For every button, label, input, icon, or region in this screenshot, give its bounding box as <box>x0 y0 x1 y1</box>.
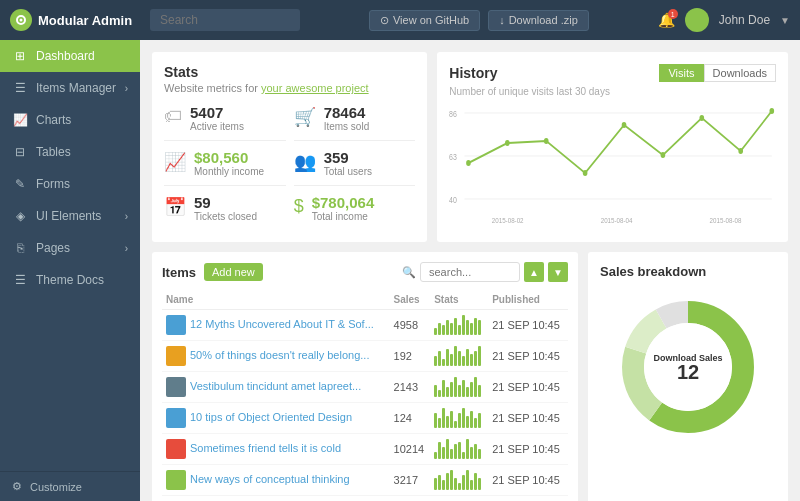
chart-icon: 📈 <box>164 151 186 173</box>
user-dropdown-icon[interactable]: ▼ <box>780 15 790 26</box>
svg-text:63: 63 <box>449 152 457 162</box>
customize-label: Customize <box>30 481 82 493</box>
item-name-link[interactable]: Sometimes friend tells it is cold <box>190 442 341 454</box>
stat-items-sold: 🛒 78464 Items sold <box>294 104 416 141</box>
layout: ⊞ Dashboard ☰ Items Manager › 📈 Charts ⊟… <box>0 40 800 501</box>
sales-breakdown-title: Sales breakdown <box>600 264 776 279</box>
items-title: Items <box>162 265 196 280</box>
stat-tickets: 📅 59 Tickets closed <box>164 194 286 230</box>
svg-point-11 <box>583 170 588 176</box>
item-name-link[interactable]: New ways of conceptual thinking <box>190 473 350 485</box>
item-avatar <box>166 377 186 397</box>
sales-breakdown-card: Sales breakdown <box>588 252 788 501</box>
add-new-button[interactable]: Add new <box>204 263 263 281</box>
item-stats-chart <box>430 341 488 372</box>
sidebar-label-pages: Pages <box>36 241 70 255</box>
svg-point-16 <box>770 108 775 114</box>
sidebar-item-tables[interactable]: ⊟ Tables <box>0 136 140 168</box>
history-header: History Visits Downloads <box>449 64 776 82</box>
items-search-input[interactable] <box>420 262 520 282</box>
nav-up-button[interactable]: ▲ <box>524 262 544 282</box>
navbar-center: ⊙ View on GitHub ↓ Download .zip <box>310 10 648 31</box>
theme-docs-icon: ☰ <box>12 273 28 287</box>
sidebar-label-items-manager: Items Manager <box>36 81 116 95</box>
svg-point-15 <box>739 148 744 154</box>
item-sales: 4958 <box>390 310 431 341</box>
col-name: Name <box>162 290 390 310</box>
top-cards-row: Stats Website metrics for your awesome p… <box>152 52 788 242</box>
svg-point-1 <box>20 19 23 22</box>
nav-down-button[interactable]: ▼ <box>548 262 568 282</box>
stat-label-tickets: Tickets closed <box>194 211 257 222</box>
sidebar-item-pages[interactable]: ⎘ Pages › <box>0 232 140 264</box>
svg-text:86: 86 <box>449 109 457 119</box>
sidebar-item-ui-elements[interactable]: ◈ UI Elements › <box>0 200 140 232</box>
customize-button[interactable]: ⚙ Customize <box>0 471 140 501</box>
stat-value-total-income: $780,064 <box>312 194 375 211</box>
sidebar-item-items-manager[interactable]: ☰ Items Manager › <box>0 72 140 104</box>
cart-icon: 🛒 <box>294 106 316 128</box>
sidebar-label-tables: Tables <box>36 145 71 159</box>
item-name-link[interactable]: 50% of things doesn't really belong... <box>190 349 369 361</box>
history-card: History Visits Downloads Number of uniqu… <box>437 52 788 242</box>
tab-visits[interactable]: Visits <box>659 64 703 82</box>
customize-icon: ⚙ <box>12 480 22 493</box>
svg-text:2015-08-08: 2015-08-08 <box>710 216 742 225</box>
dollar-icon: $ <box>294 196 304 217</box>
item-stats-chart <box>430 403 488 434</box>
item-avatar <box>166 470 186 490</box>
user-name[interactable]: John Doe <box>719 13 770 27</box>
sidebar-label-dashboard: Dashboard <box>36 49 95 63</box>
sidebar-item-charts[interactable]: 📈 Charts <box>0 104 140 136</box>
svg-text:40: 40 <box>449 195 457 205</box>
brand-icon <box>10 9 32 31</box>
pages-icon: ⎘ <box>12 241 28 255</box>
download-button[interactable]: ↓ Download .zip <box>488 10 589 31</box>
stats-title: Stats <box>164 64 415 80</box>
arrow-icon-3: › <box>125 243 128 254</box>
history-chart: 86 63 40 <box>449 103 776 223</box>
stat-label-sold: Items sold <box>324 121 370 132</box>
table-row: New ways of conceptual thinking321721 SE… <box>162 465 568 496</box>
svg-text:2015-08-04: 2015-08-04 <box>601 216 633 225</box>
ui-elements-icon: ◈ <box>12 209 28 223</box>
github-button[interactable]: ⊙ View on GitHub <box>369 10 480 31</box>
charts-icon: 📈 <box>12 113 28 127</box>
item-name-link[interactable]: 12 Myths Uncovered About IT & Sof... <box>190 318 374 330</box>
sidebar-label-theme-docs: Theme Docs <box>36 273 104 287</box>
avatar <box>685 8 709 32</box>
table-row: Sometimes friend tells it is cold1021421… <box>162 434 568 465</box>
item-published: 21 SEP 10:45 <box>488 341 568 372</box>
search-icon: 🔍 <box>402 266 416 279</box>
brand-name: Modular Admin <box>38 13 132 28</box>
navbar: Modular Admin ⊙ View on GitHub ↓ Downloa… <box>0 0 800 40</box>
item-stats-chart <box>430 310 488 341</box>
navbar-right: 🔔 1 John Doe ▼ <box>658 8 790 32</box>
donut-chart: Download Sales 12 <box>600 287 776 447</box>
arrow-icon: › <box>125 83 128 94</box>
github-icon: ⊙ <box>380 14 389 27</box>
sidebar-item-theme-docs[interactable]: ☰ Theme Docs <box>0 264 140 296</box>
table-row: 10 tips of Object Oriented Design12421 S… <box>162 403 568 434</box>
stats-link[interactable]: your awesome project <box>261 82 369 94</box>
svg-text:2015-08-02: 2015-08-02 <box>492 216 524 225</box>
item-published: 21 SEP 10:45 <box>488 403 568 434</box>
items-header: Items Add new 🔍 ▲ ▼ <box>162 262 568 282</box>
stats-grid: 🏷 5407 Active items 🛒 78464 Items sold <box>164 104 415 230</box>
arrow-icon-2: › <box>125 211 128 222</box>
item-published: 21 SEP 10:45 <box>488 434 568 465</box>
stat-total-income: $ $780,064 Total income <box>294 194 416 230</box>
sidebar-item-forms[interactable]: ✎ Forms <box>0 168 140 200</box>
items-card: Items Add new 🔍 ▲ ▼ Name Sales Sta <box>152 252 578 501</box>
sidebar-item-dashboard[interactable]: ⊞ Dashboard <box>0 40 140 72</box>
item-name-link[interactable]: 10 tips of Object Oriented Design <box>190 411 352 423</box>
item-name-link[interactable]: Vestibulum tincidunt amet lapreet... <box>190 380 361 392</box>
tab-downloads[interactable]: Downloads <box>704 64 776 82</box>
items-manager-icon: ☰ <box>12 81 28 95</box>
notifications[interactable]: 🔔 1 <box>658 12 675 28</box>
item-sales: 10214 <box>390 434 431 465</box>
search-input[interactable] <box>150 9 300 31</box>
users-icon: 👥 <box>294 151 316 173</box>
tag-icon: 🏷 <box>164 106 182 127</box>
col-sales: Sales <box>390 290 431 310</box>
